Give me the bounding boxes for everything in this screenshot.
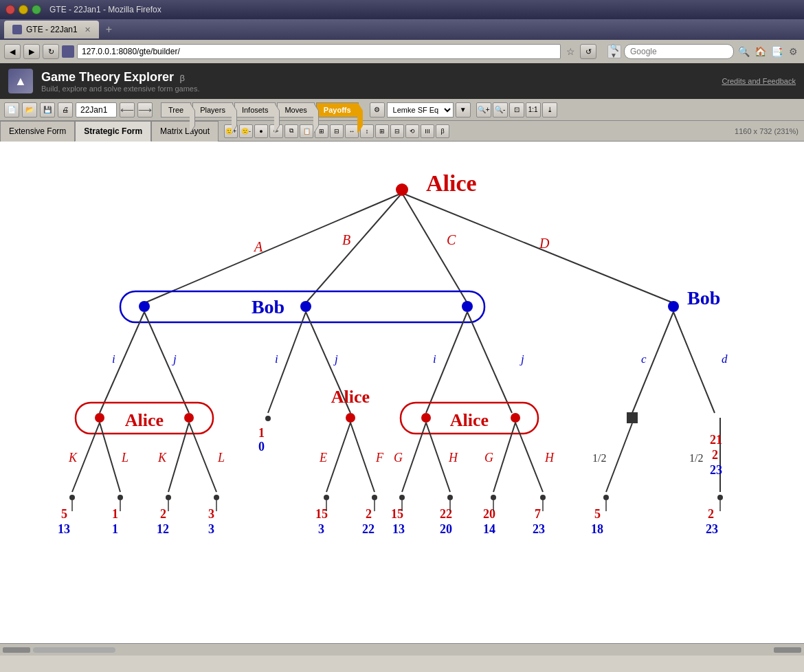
svg-point-35 xyxy=(346,413,355,423)
tab-label: GTE - 22Jan1 xyxy=(26,25,78,34)
solver-select[interactable]: Lemke SF Eq xyxy=(387,102,454,117)
svg-text:j: j xyxy=(172,352,177,366)
close-button[interactable] xyxy=(5,5,15,14)
new-tab-button[interactable]: + xyxy=(102,23,116,36)
svg-point-76 xyxy=(540,495,546,500)
svg-text:F: F xyxy=(375,451,384,464)
open-file-button[interactable]: 📂 xyxy=(22,102,37,117)
status-slider[interactable] xyxy=(33,647,115,653)
tool7[interactable]: ⟲ xyxy=(405,124,419,138)
svg-rect-41 xyxy=(627,412,638,423)
svg-text:1: 1 xyxy=(258,426,265,440)
pipeline-moves[interactable]: Moves xyxy=(277,102,314,117)
pipeline-payoffs[interactable]: Payoffs xyxy=(316,102,359,117)
svg-text:D: D xyxy=(539,236,550,251)
home-icon[interactable]: 🏠 xyxy=(753,45,767,58)
pipeline-players[interactable]: Players xyxy=(192,102,233,117)
menu-icon[interactable]: ⚙ xyxy=(786,45,800,58)
svg-text:C: C xyxy=(447,232,456,247)
app-title-block: Game Theory Explorer β Build, explore an… xyxy=(41,70,200,93)
solver-settings-icon[interactable]: ⚙ xyxy=(370,102,385,117)
tool5[interactable]: ⊞ xyxy=(375,124,389,138)
zoom-100-button[interactable]: 1:1 xyxy=(526,102,541,117)
svg-point-77 xyxy=(603,495,609,500)
svg-text:Alice: Alice xyxy=(450,410,489,430)
zoom-out-button[interactable]: 🔍- xyxy=(493,102,508,117)
svg-text:i: i xyxy=(433,352,436,366)
app-beta: β xyxy=(180,73,185,83)
svg-line-21 xyxy=(632,312,673,413)
svg-text:i: i xyxy=(275,352,278,366)
app-title: Game Theory Explorer xyxy=(41,70,174,84)
pipeline-tree[interactable]: Tree xyxy=(161,102,191,117)
export-button[interactable]: ⤓ xyxy=(542,102,557,117)
tab-extensive-form[interactable]: Extensive Form xyxy=(0,121,75,142)
search-input[interactable] xyxy=(624,44,734,59)
svg-text:18: 18 xyxy=(591,522,603,536)
node-icon[interactable]: ● xyxy=(254,124,268,138)
svg-point-12 xyxy=(668,301,679,312)
redo-button[interactable]: ⟶ xyxy=(137,102,153,117)
game-tree-svg: A B C D Bob Bob xyxy=(0,142,804,643)
svg-text:L: L xyxy=(217,451,225,464)
title-bar: GTE - 22Jan1 - Mozilla Firefox xyxy=(0,0,804,19)
browser-tab[interactable]: GTE - 22Jan1 ✕ xyxy=(4,21,99,38)
search-go-icon[interactable]: 🔍 xyxy=(737,45,750,58)
svg-text:5: 5 xyxy=(61,507,67,521)
zoom-in-button[interactable]: 🔍+ xyxy=(476,102,491,117)
forward-button[interactable]: ▶ xyxy=(23,44,40,59)
svg-text:Alice: Alice xyxy=(331,387,370,407)
minimize-button[interactable] xyxy=(19,5,28,14)
svg-text:H: H xyxy=(448,451,458,464)
search-provider-icon[interactable]: 🔍▼ xyxy=(607,45,621,58)
pipeline-infosets[interactable]: Infosets xyxy=(234,102,276,117)
zoom-fit-button[interactable]: ⊡ xyxy=(509,102,524,117)
svg-point-73 xyxy=(399,495,405,500)
back-button[interactable]: ◀ xyxy=(4,44,21,59)
svg-line-3 xyxy=(402,193,673,303)
svg-line-15 xyxy=(100,312,144,413)
svg-point-70 xyxy=(265,416,271,421)
smiley-remove-icon[interactable]: 🙁- xyxy=(239,124,253,138)
tool8[interactable]: III xyxy=(421,124,434,138)
svg-line-17 xyxy=(268,312,306,413)
svg-line-16 xyxy=(144,312,189,413)
paste-icon[interactable]: 📋 xyxy=(300,124,313,138)
solver-dropdown-icon[interactable]: ▼ xyxy=(456,102,471,117)
svg-point-9 xyxy=(139,301,150,312)
svg-text:Bob: Bob xyxy=(252,296,284,317)
svg-text:H: H xyxy=(544,451,555,464)
bookmark-icon[interactable]: 📑 xyxy=(770,45,783,58)
svg-line-0 xyxy=(144,193,402,303)
tool9[interactable]: β xyxy=(436,124,449,138)
svg-point-74 xyxy=(447,495,453,500)
tab-matrix-layout[interactable]: Matrix Layout xyxy=(151,121,219,142)
print-button[interactable]: 🖨 xyxy=(58,102,73,117)
bookmark-star-icon[interactable]: ☆ xyxy=(563,45,577,58)
svg-text:21: 21 xyxy=(710,433,722,447)
credits-link[interactable]: Credits and Feedback xyxy=(722,77,796,85)
refresh-button[interactable]: ↺ xyxy=(580,44,596,59)
toolbar2: Extensive Form Strategic Form Matrix Lay… xyxy=(0,121,804,142)
tool6[interactable]: ⊟ xyxy=(390,124,404,138)
window-title: GTE - 22Jan1 - Mozilla Firefox xyxy=(49,5,161,14)
svg-text:d: d xyxy=(722,352,728,366)
toolbar2-icons: 🙂+ 🙁- ● ✏ ⧉ 📋 ⊞ ⊟ ↔ ↕ ⊞ ⊟ ⟲ III β xyxy=(224,124,449,138)
svg-line-2 xyxy=(402,193,467,303)
svg-text:3: 3 xyxy=(318,522,324,536)
new-file-button[interactable]: 📄 xyxy=(4,102,19,117)
undo-button[interactable]: ⟵ xyxy=(120,102,135,117)
url-bar: ◀ ▶ ↻ ☆ ↺ 🔍▼ 🔍 🏠 📑 ⚙ xyxy=(0,40,804,63)
main-canvas[interactable]: A B C D Bob Bob xyxy=(0,142,804,643)
copy-icon[interactable]: ⧉ xyxy=(284,124,298,138)
svg-text:2: 2 xyxy=(366,507,372,521)
maximize-button[interactable] xyxy=(32,5,41,14)
svg-text:Alice: Alice xyxy=(426,170,477,196)
tab-close-icon[interactable]: ✕ xyxy=(85,25,91,34)
tab-strategic-form[interactable]: Strategic Form xyxy=(75,121,151,142)
tool2[interactable]: ⊟ xyxy=(330,124,344,138)
save-file-button[interactable]: 💾 xyxy=(40,102,55,117)
reload-button[interactable]: ↻ xyxy=(43,44,59,59)
url-input[interactable] xyxy=(77,44,561,59)
svg-text:2: 2 xyxy=(712,448,718,462)
